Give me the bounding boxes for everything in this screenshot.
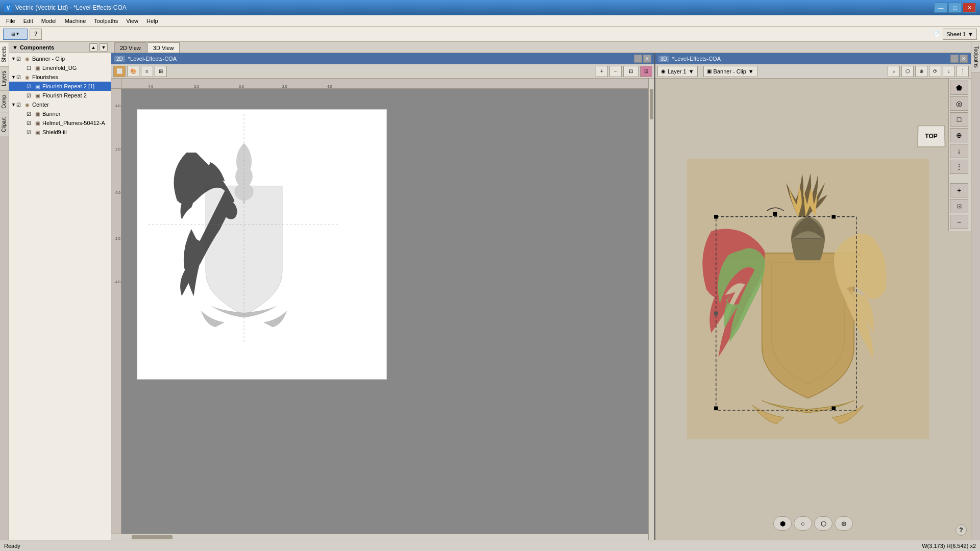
action-btn-3[interactable]: ⬡ — [814, 516, 832, 531]
menu-help[interactable]: Help — [142, 17, 162, 25]
tree-item-flourishes[interactable]: ▼ ☑ ◉ Flourishes — [9, 72, 111, 82]
banner-icon: ▣ — [707, 68, 712, 74]
sheet-icon: 📄 — [934, 31, 940, 37]
view-2d-cross-btn[interactable]: ⊞ — [155, 66, 167, 77]
panel-3d-close[interactable]: ✕ — [960, 55, 968, 63]
3d-shading-btn2[interactable]: ◎ — [950, 96, 968, 111]
3d-shading-btn4[interactable]: ⊕ — [950, 128, 968, 142]
banner-selector[interactable]: ▣ Banner - Clip ▼ — [703, 66, 757, 77]
zoom-fit-btn-2d[interactable]: ⊡ — [623, 66, 639, 77]
menu-edit[interactable]: Edit — [19, 17, 37, 25]
tab-2d-view[interactable]: 2D View — [114, 42, 146, 53]
components-tree: ▼ ☑ ◉ Banner - Clip ☐ ▣ Linenfold_UG ▼ ☑… — [9, 53, 111, 540]
zoom-in-btn-2d[interactable]: + — [596, 66, 608, 77]
tree-item-center[interactable]: ▼ ☑ ◉ Center — [9, 100, 111, 109]
flourish-repeat-2-label: Flourish Repeat 2 — [42, 92, 87, 98]
status-bar: Ready W(3.173) H(6.542) x2 — [0, 540, 980, 551]
panel-3d-tag: 3D — [658, 56, 669, 62]
view-3d-btn3[interactable]: ⊕ — [915, 66, 927, 77]
top-view-button[interactable]: TOP — [917, 125, 946, 147]
maximize-button[interactable]: □ — [948, 3, 962, 13]
tree-item-shield9[interactable]: ☑ ▣ Shield9-iii — [9, 128, 111, 137]
scrollbar-h-2d[interactable] — [111, 534, 648, 540]
3d-zoom-in-btn[interactable]: + — [950, 183, 968, 197]
view-3d-btn4[interactable]: ⟳ — [929, 66, 941, 77]
panel-2d-tag: 2D — [114, 56, 125, 62]
components-panel: ▼ Components ▲ ▼ ▼ ☑ ◉ Banner - Clip ☐ ▣… — [9, 42, 111, 540]
menu-bar: File Edit Model Machine Toolpaths View H… — [0, 15, 980, 27]
left-tab-clipart[interactable]: Clipart — [0, 113, 9, 136]
close-button[interactable]: ✕ — [963, 3, 976, 13]
flourishes-label: Flourishes — [32, 74, 58, 80]
ruler-top: -4.0 -2.0 -0.0 2.0 4.0 — [121, 79, 654, 89]
tab-3d-view[interactable]: 3D View — [148, 42, 180, 53]
components-down-button[interactable]: ▼ — [100, 43, 108, 52]
action-btn-4[interactable]: ⊕ — [835, 516, 853, 531]
3d-zoom-fit-btn[interactable]: ⊡ — [950, 199, 968, 213]
view-2d-color-btn[interactable]: 🎨 — [127, 66, 139, 77]
components-up-button[interactable]: ▲ — [89, 43, 97, 52]
tree-item-linenfold[interactable]: ☐ ▣ Linenfold_UG — [9, 63, 111, 72]
action-btn-2[interactable]: ○ — [794, 516, 812, 531]
panel-2d-header: 2D *Level-Effects-COA _ ✕ — [111, 53, 654, 64]
canvas-3d[interactable]: ⬟ ◎ □ ⊕ ↓ ⋮ + ⊡ − TOP — [655, 79, 971, 540]
3d-shading-btn1[interactable]: ⬟ — [950, 81, 968, 95]
panel-2d-title: *Level-Effects-COA — [128, 56, 177, 62]
tree-item-flourish-repeat-2-1[interactable]: ☑ ▣ Flourish Repeat 2 [1] — [9, 82, 111, 91]
panel-3d-minimize[interactable]: _ — [950, 55, 959, 63]
3d-shading-btn5[interactable]: ↓ — [950, 144, 968, 158]
sheet-selector[interactable]: Sheet 1 ▼ — [943, 29, 977, 40]
svg-rect-16 — [773, 212, 777, 216]
menu-toolpaths[interactable]: Toolpaths — [90, 17, 122, 25]
view-2d-lines-btn[interactable]: ≡ — [141, 66, 153, 77]
view-2d-select-btn[interactable]: ⬜ — [113, 66, 126, 77]
svg-rect-15 — [714, 312, 718, 316]
view-3d-btn5[interactable]: ↓ — [943, 66, 955, 77]
action-row: ⬢ ○ ⬡ ⊕ — [773, 516, 853, 531]
tree-item-flourish-repeat-2[interactable]: ☑ ▣ Flourish Repeat 2 — [9, 91, 111, 100]
scrollbar-v-2d[interactable] — [648, 79, 654, 540]
left-tab-sheets[interactable]: Sheets — [0, 42, 9, 66]
coa-3d-illustration — [680, 159, 936, 439]
help-button-3d[interactable]: ? — [955, 524, 967, 536]
view-tabs: 2D View 3D View — [111, 42, 971, 53]
svg-rect-12 — [831, 215, 836, 219]
left-tab-layers[interactable]: Layers — [0, 66, 9, 90]
view-3d-btn1[interactable]: ⬦ — [888, 66, 900, 77]
tree-item-banner[interactable]: ☑ ▣ Banner — [9, 109, 111, 118]
view-3d-btn6[interactable]: ⋮ — [957, 66, 969, 77]
svg-rect-11 — [714, 215, 718, 219]
menu-view[interactable]: View — [122, 17, 142, 25]
panel-3d-title: *Level-Effects-COA — [672, 56, 721, 62]
panel-2d-close[interactable]: ✕ — [643, 55, 651, 63]
components-toggle-button[interactable]: ⊞▼ — [3, 29, 28, 40]
tree-item-helmet-plumes[interactable]: ☑ ▣ Helmet_Plumes-50412-A — [9, 118, 111, 128]
toolbar-help-button[interactable]: ? — [30, 29, 42, 40]
banner-dropdown-icon: ▼ — [748, 68, 754, 74]
view-3d-btn2[interactable]: ⬡ — [901, 66, 914, 77]
view-area: 2D View 3D View 2D *Level-Effects-COA _ … — [111, 42, 971, 540]
banner-selector-label: Banner - Clip — [714, 68, 746, 74]
menu-machine[interactable]: Machine — [61, 17, 90, 25]
tree-item-banner-clip[interactable]: ▼ ☑ ◉ Banner - Clip — [9, 54, 111, 63]
toolbar: ⊞▼ ? 📄 Sheet 1 ▼ — [0, 27, 980, 42]
layer-dropdown-icon: ▼ — [689, 68, 694, 74]
3d-shading-btn6[interactable]: ⋮ — [950, 160, 968, 174]
right-tab-toolpaths[interactable]: Toolpaths — [971, 42, 980, 72]
panel-3d-toolbar: ◉ Layer 1 ▼ ▣ Banner - Clip ▼ ⬦ ⬡ — [655, 64, 971, 79]
panel-2d-minimize[interactable]: _ — [634, 55, 642, 63]
flourish-repeat-2-1-label: Flourish Repeat 2 [1] — [42, 83, 94, 89]
canvas-2d[interactable]: -4.0 -2.0 -0.0 2.0 4.0 4.0 2.0 0.0 -2.0 … — [111, 79, 654, 540]
zoom-extent-btn-2d[interactable]: ⊡ — [640, 66, 652, 77]
components-header: ▼ Components ▲ ▼ — [9, 42, 111, 53]
menu-model[interactable]: Model — [37, 17, 61, 25]
3d-zoom-out-btn[interactable]: − — [950, 215, 968, 229]
zoom-out-btn-2d[interactable]: − — [609, 66, 622, 77]
left-tab-components[interactable]: Comp — [0, 90, 9, 113]
3d-shading-btn3[interactable]: □ — [950, 112, 968, 127]
layer-selector[interactable]: ◉ Layer 1 ▼ — [657, 66, 698, 77]
action-btn-1[interactable]: ⬢ — [773, 516, 792, 531]
menu-file[interactable]: File — [2, 17, 19, 25]
minimize-button[interactable]: — — [934, 3, 947, 13]
status-message: Ready — [4, 543, 20, 549]
